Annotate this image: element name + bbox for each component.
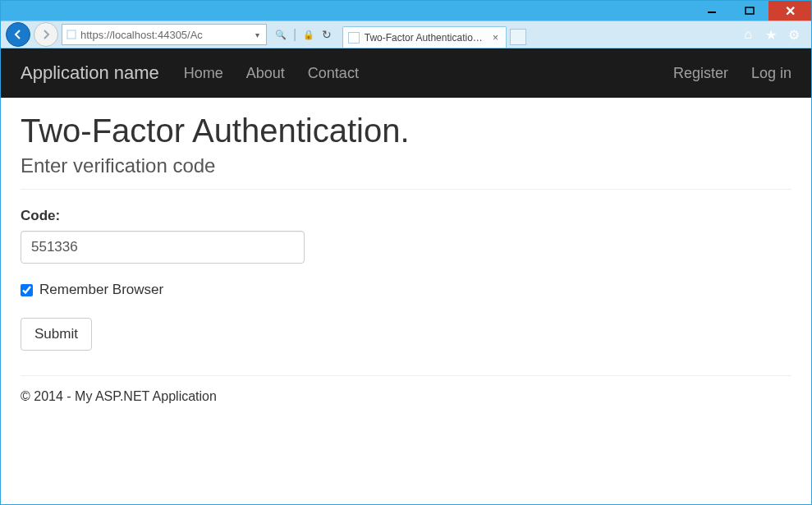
dropdown-icon[interactable]: ▾ [251,29,263,40]
main-content: Two-Factor Authentication. Enter verific… [1,98,811,412]
back-button[interactable] [6,22,30,47]
nav-about[interactable]: About [246,65,285,82]
refresh-icon[interactable]: ↻ [321,29,333,40]
arrow-right-icon [39,28,53,41]
submit-button[interactable]: Submit [21,318,92,351]
site-navbar: Application name Home About Contact Regi… [1,48,811,98]
code-group: Code: [21,208,791,264]
page-viewport: Application name Home About Contact Regi… [1,48,811,504]
remember-row: Remember Browser [21,282,791,298]
maximize-icon [745,6,755,16]
settings-icon[interactable]: ⚙ [787,27,801,42]
address-bar[interactable]: https://localhost:44305/Ac ▾ [62,24,267,45]
tab-title: Two-Factor Authentication ... [365,32,485,44]
brand-link[interactable]: Application name [21,62,159,84]
footer-text: © 2014 - My ASP.NET Application [21,389,791,404]
home-icon[interactable]: ⌂ [741,27,755,42]
browser-window: ✕ https://localhost:44305/Ac ▾ 🔍 | 🔒 ↻ [0,0,812,505]
nav-links: Home About Contact [184,65,359,82]
close-button[interactable]: ✕ [768,1,811,21]
nav-home[interactable]: Home [184,65,223,82]
minimize-icon [707,6,717,16]
browser-tab[interactable]: Two-Factor Authentication ... × [342,26,507,48]
forward-button[interactable] [34,22,58,47]
code-label: Code: [21,208,791,224]
minimize-button[interactable] [693,1,731,21]
page-subtitle: Enter verification code [21,154,791,177]
toolbar-separator: | [293,27,296,42]
address-actions: 🔍 | 🔒 ↻ [275,27,333,42]
remember-checkbox[interactable] [21,284,33,296]
close-icon: ✕ [785,3,796,19]
new-tab-button[interactable] [510,29,526,45]
footer-divider [21,375,791,376]
tab-close-button[interactable]: × [490,32,502,44]
svg-rect-2 [67,30,76,39]
maximize-button[interactable] [731,1,768,21]
favicon-icon [348,32,360,44]
browser-toolbar: https://localhost:44305/Ac ▾ 🔍 | 🔒 ↻ Two… [1,21,811,48]
nav-right: Register Log in [673,65,791,82]
page-security-icon [66,29,77,40]
svg-rect-1 [745,7,754,14]
url-field[interactable]: https://localhost:44305/Ac [80,29,248,41]
remember-label: Remember Browser [39,282,163,298]
page-title: Two-Factor Authentication. [21,112,791,149]
arrow-left-icon [11,28,25,41]
nav-login[interactable]: Log in [751,65,791,82]
code-input[interactable] [21,231,305,264]
search-icon[interactable]: 🔍 [275,29,287,40]
favorites-icon[interactable]: ★ [764,27,778,42]
browser-command-icons: ⌂ ★ ⚙ [741,27,806,42]
lock-icon: 🔒 [303,29,314,40]
tab-strip: Two-Factor Authentication ... × [342,21,526,48]
nav-contact[interactable]: Contact [308,65,359,82]
divider [21,189,791,190]
window-titlebar: ✕ [1,1,811,21]
nav-register[interactable]: Register [673,65,728,82]
